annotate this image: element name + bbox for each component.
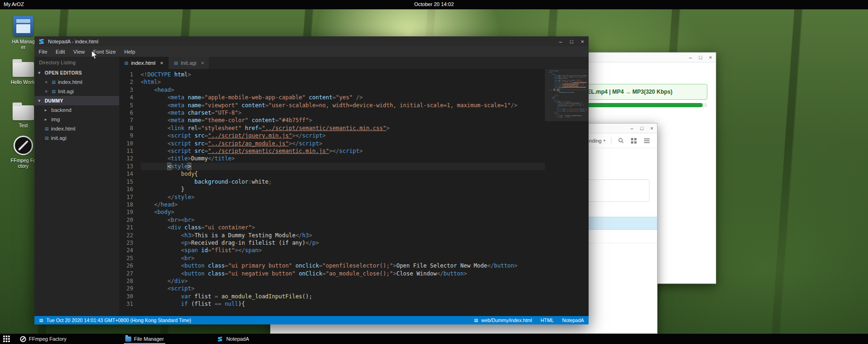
desktop-icon-label: er xyxy=(21,44,25,50)
close-button[interactable]: × xyxy=(581,39,584,44)
tree-item-label: OPEN EDITORS xyxy=(45,70,82,76)
tab-label: Init.agi xyxy=(181,60,197,66)
close-icon[interactable]: × xyxy=(45,89,49,94)
grid-view-icon[interactable] xyxy=(630,137,637,144)
close-button[interactable]: × xyxy=(709,54,712,61)
taskbar-item-file-manager[interactable]: File Manager xyxy=(122,334,167,344)
status-app-name: NotepadA xyxy=(562,317,584,323)
taskbar-items: FFmpeg FactoryFile ManagerNotepadA xyxy=(13,334,252,344)
toolbar-divider xyxy=(611,137,611,144)
taskbar-item-label: NotepadA xyxy=(226,336,249,342)
file-icon: ▤ xyxy=(474,318,478,323)
desktop-icon-label: Hello World xyxy=(11,79,36,85)
tree-item-init-agi[interactable]: ×▤Init.agi xyxy=(34,87,119,96)
app-grid-icon xyxy=(3,336,10,342)
folder-icon xyxy=(13,105,34,120)
minimap[interactable]: <!DOCTYPE html><html> <head> <meta name=… xyxy=(545,69,589,316)
gutter: 1234567891011121314151617181920212223242… xyxy=(119,71,141,316)
sidebar-header: Directory Listing xyxy=(34,57,119,68)
system-menu[interactable]: My ArOZ xyxy=(4,1,24,7)
minimize-button[interactable]: – xyxy=(631,125,633,131)
file-icon: ▤ xyxy=(52,89,56,94)
tab-index.html[interactable]: ▤index.html× xyxy=(119,57,169,69)
tree-item-index-html[interactable]: ×▤index.html xyxy=(34,77,119,87)
ffmpeg-icon xyxy=(14,136,33,155)
tree-item-label: Init.agi xyxy=(58,89,74,94)
minimize-button[interactable]: – xyxy=(559,39,562,44)
taskbar-item-label: FFmpeg Factory xyxy=(29,336,67,342)
tree-item-init-agi[interactable]: ▤init.agi xyxy=(34,133,119,143)
desktop-icon-label: ctory xyxy=(18,163,29,169)
menu-file[interactable]: File xyxy=(34,49,52,55)
tree-item-label: backend xyxy=(51,107,71,113)
tree-item-label: index.html xyxy=(51,126,75,131)
maximize-button[interactable]: □ xyxy=(699,54,702,61)
minimize-button[interactable]: – xyxy=(689,54,692,61)
file-icon: ▤ xyxy=(45,126,49,131)
tab-label: index.html xyxy=(131,60,156,66)
tab-init.agi[interactable]: ▤Init.agi× xyxy=(169,57,210,69)
close-button[interactable]: × xyxy=(651,125,653,131)
desktop-icon-label: Test xyxy=(19,123,27,128)
window-title: NotepadA - index.html xyxy=(48,39,98,44)
clock: October 20 14:02 xyxy=(414,1,454,7)
notepada-window: NotepadA - index.html – □ × FileEditView… xyxy=(34,36,589,324)
file-icon: ▤ xyxy=(52,80,56,84)
maximize-button[interactable]: □ xyxy=(640,125,644,131)
status-language[interactable]: HTML xyxy=(541,317,554,323)
desktop: My ArOZ October 20 14:02 HA ManagerHello… xyxy=(0,0,868,344)
clock-icon: ▤ xyxy=(39,318,43,323)
tree-item-img[interactable]: ▸img xyxy=(34,115,119,124)
list-view-icon[interactable] xyxy=(643,137,651,144)
tree-item-open-editors[interactable]: ▾OPEN EDITORS xyxy=(34,68,119,77)
chevron-down-icon: ▾ xyxy=(38,70,42,75)
start-menu-button[interactable] xyxy=(0,334,13,344)
chevron-right-icon: ▸ xyxy=(45,117,49,122)
sidebar-tree: ▾OPEN EDITORS×▤index.html×▤Init.agi▾DUMM… xyxy=(34,68,119,143)
close-icon[interactable]: × xyxy=(45,79,49,85)
editor-titlebar[interactable]: NotepadA - index.html – □ × xyxy=(34,36,589,47)
app-window-icon xyxy=(13,16,34,36)
close-icon[interactable]: × xyxy=(160,60,163,66)
file-icon: ▤ xyxy=(45,136,49,140)
close-icon[interactable]: × xyxy=(201,60,204,66)
ffmpeg-icon xyxy=(20,336,26,342)
tree-item-dummy[interactable]: ▾DUMMY xyxy=(34,96,119,105)
file-icon: ▤ xyxy=(174,61,178,65)
menu-edit[interactable]: Edit xyxy=(52,49,69,55)
status-bar: ▤ Tue Oct 20 2020 14:01:43 GMT+0800 (Hon… xyxy=(34,316,589,324)
chevron-down-icon: ▾ xyxy=(38,98,42,103)
minimap-content: <!DOCTYPE html><html> <head> <meta name=… xyxy=(549,70,587,118)
menu-help[interactable]: Help xyxy=(120,49,140,55)
desktop-icon-label: FFmpeg Fa xyxy=(11,158,36,163)
chevron-down-icon: ▾ xyxy=(604,138,605,143)
notepada-icon xyxy=(217,336,224,342)
menubar: FileEditViewFont SizeHelp xyxy=(34,47,589,57)
tree-item-backend[interactable]: ▸backend xyxy=(34,105,119,115)
sort-dropdown[interactable]: ending ▾ xyxy=(586,138,605,144)
search-icon[interactable] xyxy=(617,137,624,144)
menu-view[interactable]: View xyxy=(69,49,89,55)
sidebar: Directory Listing ▾OPEN EDITORS×▤index.h… xyxy=(34,57,119,316)
folder-icon xyxy=(13,62,34,77)
file-icon: ▤ xyxy=(124,61,129,65)
code-lines[interactable]: <!DOCTYPE html><html> <head> <meta name=… xyxy=(141,71,589,316)
tree-item-index-html[interactable]: ▤index.html xyxy=(34,124,119,133)
taskbar-item-notepada[interactable]: NotepadA xyxy=(214,334,252,344)
status-file-path: web/Dummy/index.html xyxy=(481,317,532,323)
system-topbar: My ArOZ October 20 14:02 xyxy=(0,0,868,9)
maximize-button[interactable]: □ xyxy=(570,39,573,44)
notepada-logo-icon xyxy=(38,38,45,45)
file-manager-icon xyxy=(125,337,131,342)
mouse-cursor xyxy=(91,50,98,62)
tree-item-label: DUMMY xyxy=(45,98,63,103)
chevron-right-icon: ▸ xyxy=(45,108,49,112)
tree-item-label: img xyxy=(51,117,60,122)
tree-item-label: init.agi xyxy=(51,135,67,141)
taskbar: FFmpeg FactoryFile ManagerNotepadA xyxy=(0,334,868,344)
tab-bar: ▤index.html×▤Init.agi× xyxy=(119,57,589,69)
taskbar-item-ffmpeg-factory[interactable]: FFmpeg Factory xyxy=(17,334,70,344)
taskbar-item-label: File Manager xyxy=(134,336,164,342)
tree-item-label: index.html xyxy=(58,79,82,85)
code-editor[interactable]: 1234567891011121314151617181920212223242… xyxy=(119,69,589,316)
